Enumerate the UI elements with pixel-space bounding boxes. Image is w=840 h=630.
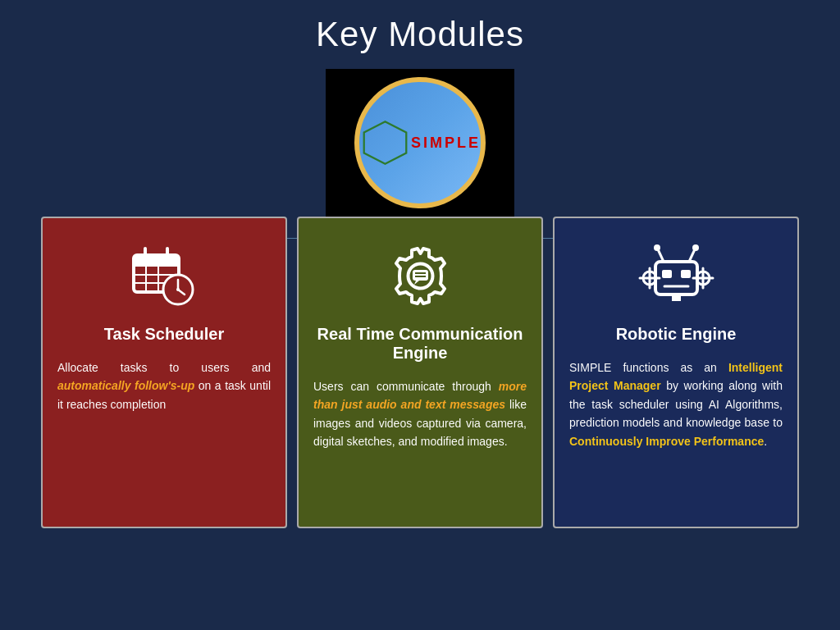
- robotic-highlight-1: Intelligent Project Manager: [569, 361, 783, 392]
- calendar-clock-icon: [127, 239, 201, 313]
- task-scheduler-highlight: automatically follow's-up: [57, 379, 194, 392]
- header: Key Modules: [0, 0, 840, 62]
- svg-marker-25: [414, 281, 419, 285]
- robotic-highlight-2: Continuously Improve Performance: [569, 435, 764, 448]
- task-scheduler-title: Task Scheduler: [104, 325, 224, 344]
- svg-point-35: [692, 244, 699, 251]
- svg-rect-24: [413, 270, 428, 281]
- modules-section: Task Scheduler Allocate tasks to users a…: [0, 217, 840, 528]
- communication-icon: [379, 235, 461, 317]
- communication-description: Users can communicate through more than …: [313, 377, 527, 451]
- robotic-title: Robotic Engine: [616, 325, 737, 344]
- svg-rect-36: [672, 294, 681, 301]
- task-scheduler-card: Task Scheduler Allocate tasks to users a…: [41, 217, 287, 528]
- diagram-wrapper: SIMPLE: [0, 62, 840, 217]
- robot-icon: [637, 237, 715, 315]
- logo-container: SIMPLE: [326, 69, 514, 217]
- logo-area: SIMPLE: [0, 62, 840, 217]
- svg-rect-11: [134, 255, 179, 267]
- page-title: Key Modules: [0, 15, 840, 54]
- svg-line-32: [658, 249, 664, 262]
- task-scheduler-description: Allocate tasks to users and automaticall…: [57, 358, 271, 413]
- hexagon-icon: [359, 102, 411, 184]
- svg-rect-28: [655, 262, 697, 294]
- robotic-card: Robotic Engine SIMPLE functions as an In…: [553, 217, 799, 528]
- task-scheduler-icon: [123, 235, 205, 317]
- svg-rect-29: [662, 270, 672, 278]
- svg-line-34: [689, 249, 695, 262]
- communication-card: Real Time Communication Engine Users can…: [297, 217, 543, 528]
- svg-point-33: [654, 244, 660, 251]
- svg-rect-30: [681, 270, 691, 278]
- svg-point-22: [176, 288, 180, 291]
- logo-text: SIMPLE: [411, 135, 481, 152]
- robotic-icon: [635, 235, 717, 317]
- robotic-description: SIMPLE functions as an Intelligent Proje…: [569, 358, 783, 450]
- svg-marker-9: [364, 121, 407, 164]
- logo-circle: SIMPLE: [354, 77, 486, 208]
- communication-title: Real Time Communication Engine: [313, 325, 527, 363]
- communication-highlight: more than just audio and text messages: [313, 380, 527, 411]
- gear-chat-icon: [381, 237, 459, 315]
